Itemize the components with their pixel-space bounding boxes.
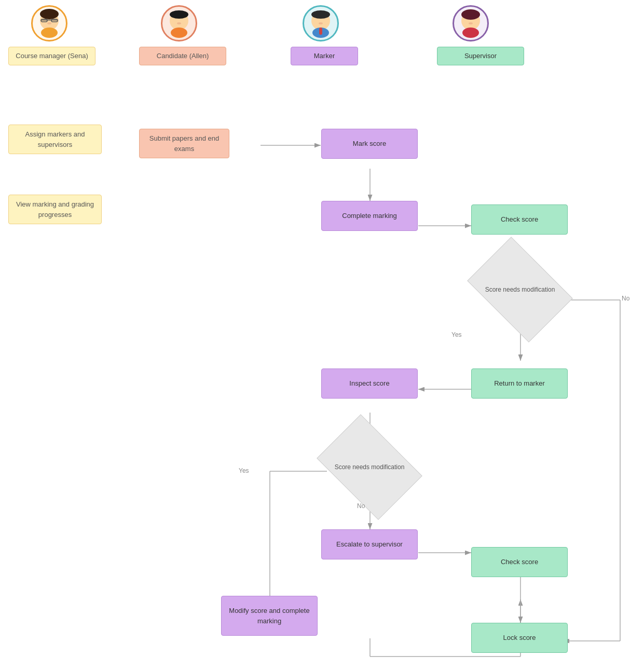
diagram-container: Course manager (Sena) Candidate (Allen) …	[0, 0, 644, 670]
complete-marking-box: Complete marking	[321, 201, 418, 231]
marker-label: Marker	[291, 47, 358, 65]
inspect-score-box: Inspect score	[321, 368, 418, 399]
male-orange-icon	[163, 8, 195, 39]
marker-avatar	[303, 5, 339, 42]
mark-score-box: Mark score	[321, 129, 418, 159]
course-manager-avatar	[31, 5, 67, 42]
svg-point-20	[41, 28, 58, 38]
return-to-marker-box: Return to marker	[471, 368, 568, 399]
view-marking-box: View marking and grading progresses	[8, 195, 102, 224]
svg-point-34	[311, 10, 330, 19]
svg-point-37	[461, 9, 480, 20]
svg-point-38	[469, 22, 473, 24]
svg-point-24	[47, 22, 51, 24]
svg-rect-32	[319, 28, 322, 35]
check-score-1-box: Check score	[471, 204, 568, 235]
svg-point-33	[319, 22, 323, 24]
candidate-avatar	[161, 5, 197, 42]
female-glasses-icon	[34, 8, 65, 39]
score-needs-mod-2-diamond: Score needs modification	[326, 436, 413, 498]
modify-score-box: Modify score and complete marking	[221, 596, 318, 636]
no-label-1: No	[622, 295, 629, 302]
lock-score-box: Lock score	[471, 623, 568, 653]
svg-point-28	[177, 22, 181, 24]
course-manager-label: Course manager (Sena)	[8, 47, 95, 65]
yes-label-2: Yes	[239, 467, 249, 474]
score-needs-mod-1-diamond: Score needs modification	[476, 258, 564, 321]
svg-point-27	[171, 28, 187, 38]
supervisor-avatar	[453, 5, 489, 42]
submit-papers-box: Submit papers and end exams	[139, 129, 229, 158]
svg-point-25	[40, 9, 59, 19]
assign-markers-box: Assign markers and supervisors	[8, 125, 102, 154]
no-label-2: No	[357, 502, 365, 510]
yes-label-1: Yes	[451, 331, 462, 338]
male-tie-icon	[305, 8, 336, 39]
escalate-supervisor-box: Escalate to supervisor	[321, 529, 418, 559]
female-red-icon	[455, 8, 486, 39]
supervisor-label: Supervisor	[437, 47, 524, 65]
svg-point-29	[170, 10, 188, 19]
candidate-label: Candidate (Allen)	[139, 47, 226, 65]
svg-point-36	[462, 28, 479, 38]
check-score-2-box: Check score	[471, 547, 568, 577]
